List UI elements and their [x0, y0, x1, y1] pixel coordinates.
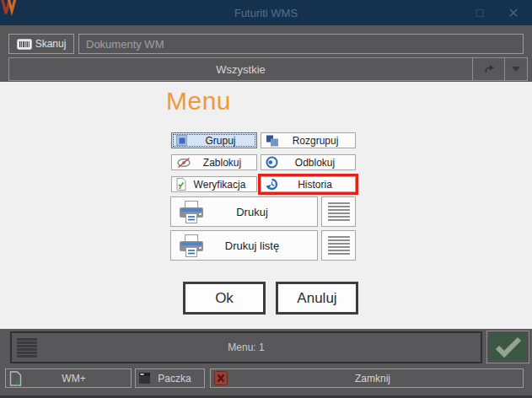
zamknij-button[interactable]: Zamknij	[210, 368, 524, 388]
anuluj-button[interactable]: Anuluj	[276, 282, 358, 315]
printer-icon	[179, 201, 204, 223]
rozgrupuj-button[interactable]: Rozgrupuj	[261, 132, 356, 148]
document-plus-icon	[9, 371, 22, 386]
wm-plus-label: WM+	[22, 373, 131, 385]
hamburger-icon	[17, 338, 37, 358]
ok-button[interactable]: Ok	[183, 282, 266, 315]
checkmark-icon	[493, 336, 524, 358]
titlebar: Futuriti WMS □ ✕	[0, 0, 532, 25]
menu-counter-label: Menu: 1	[12, 342, 481, 353]
menu-heading: Menu	[166, 87, 231, 116]
historia-button[interactable]: Historia	[261, 176, 356, 192]
odblokuj-button[interactable]: Odblokuj	[261, 154, 356, 170]
menu-lines-icon	[328, 202, 350, 221]
paczka-label: Paczka	[150, 373, 204, 385]
window-title: Futuriti WMS	[0, 0, 532, 25]
filter-dropdown[interactable]: Wszystkie	[8, 57, 528, 81]
zamknij-label: Zamknij	[228, 373, 523, 385]
drukuj-liste-options-button[interactable]	[321, 230, 356, 261]
redo-arrow-icon	[483, 64, 495, 74]
drukuj-label: Drukuj	[204, 206, 317, 218]
package-icon	[139, 373, 150, 384]
blocked-eye-icon	[176, 157, 191, 169]
zablokuj-label: Zablokuj	[191, 157, 256, 169]
grupuj-label: Grupuj	[188, 135, 256, 147]
weryfikacja-label: Weryfikacja	[186, 179, 256, 191]
scan-button[interactable]: Skanuj	[8, 34, 74, 54]
futuriti-wms-window: Futuriti WMS □ ✕ Skanuj Wszystkie	[0, 0, 532, 398]
zablokuj-button[interactable]: Zablokuj	[171, 154, 257, 170]
close-icon[interactable]: ✕	[497, 0, 530, 25]
eye-icon	[266, 156, 278, 169]
grupuj-button[interactable]: Grupuj	[171, 132, 257, 148]
filter-expand-button[interactable]	[504, 58, 527, 80]
paczka-button[interactable]: Paczka	[135, 368, 205, 388]
rozgrupuj-label: Rozgrupuj	[279, 135, 355, 147]
toolbar: Skanuj Wszystkie	[0, 25, 532, 82]
menu-panel: Menu Grupuj Rozgrupuj	[0, 82, 532, 329]
document-search-input[interactable]	[78, 34, 524, 54]
confirm-button[interactable]	[486, 331, 529, 363]
drukuj-liste-label: Drukuj listę	[204, 239, 317, 252]
barcode-icon	[17, 39, 32, 50]
group-icon	[176, 135, 188, 147]
chevron-down-icon	[512, 67, 520, 72]
odblokuj-label: Odblokuj	[278, 157, 355, 169]
close-x-icon	[214, 371, 228, 385]
history-icon	[266, 178, 278, 191]
maximize-icon[interactable]: □	[463, 0, 497, 25]
printer-icon	[179, 234, 204, 257]
drukuj-options-button[interactable]	[321, 196, 356, 227]
drukuj-button[interactable]: Drukuj	[170, 196, 318, 227]
ungroup-icon	[266, 135, 279, 147]
filter-selected-value: Wszystkie	[9, 58, 472, 80]
menu-lines-icon	[328, 236, 350, 255]
drukuj-liste-button[interactable]: Drukuj listę	[170, 230, 318, 261]
menu-counter-bar[interactable]: Menu: 1	[10, 331, 482, 363]
weryfikacja-button[interactable]: Weryfikacja	[171, 176, 257, 192]
wm-plus-button[interactable]: WM+	[5, 368, 132, 388]
filter-jump-button[interactable]	[472, 58, 504, 80]
historia-label: Historia	[278, 179, 355, 191]
footer: Menu: 1 WM+	[0, 329, 532, 398]
verify-doc-icon	[176, 178, 186, 191]
scan-button-label: Skanuj	[35, 38, 67, 50]
